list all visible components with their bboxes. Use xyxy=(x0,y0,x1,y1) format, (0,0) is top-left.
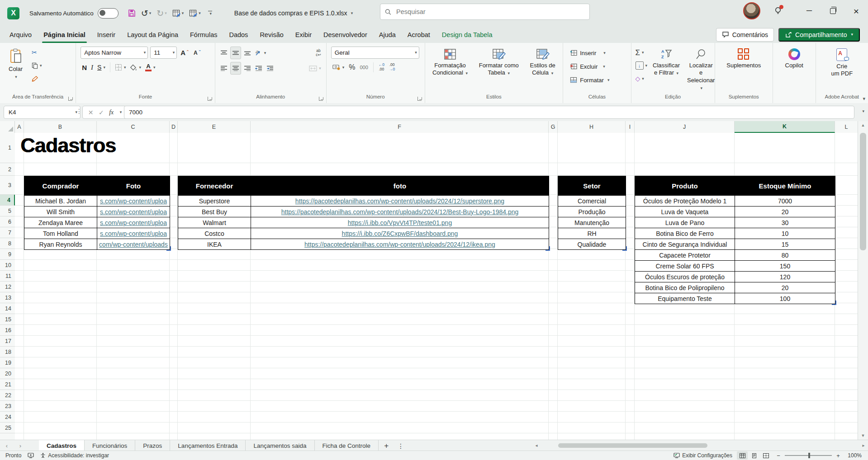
comments-button[interactable]: Comentários xyxy=(716,28,774,42)
table-row[interactable]: Walmarthttps://i.ibb.co/VpvVt4TP/teste01… xyxy=(178,217,549,228)
avatar[interactable] xyxy=(743,2,760,19)
minimize-button[interactable]: ─ xyxy=(797,1,821,21)
table-row[interactable]: Costcohttps://i.ibb.co/Z6CxpwBF/dashboar… xyxy=(178,228,549,239)
share-button[interactable]: Compartilhamento xyxy=(778,28,860,42)
restore-button[interactable] xyxy=(821,1,844,21)
accounting-format-button[interactable] xyxy=(331,61,346,73)
table-row[interactable]: Luva de Pano30 xyxy=(635,217,835,228)
zoom-out-button[interactable]: − xyxy=(776,452,781,459)
increase-indent-button[interactable] xyxy=(265,62,275,74)
scroll-up-arrow[interactable]: ▲ xyxy=(858,121,868,129)
column-header-estoque-minimo[interactable]: Estoque Mínimo xyxy=(735,176,835,196)
borders-button[interactable] xyxy=(114,61,128,73)
paste-button[interactable]: Colar xyxy=(5,46,26,81)
select-all-corner[interactable] xyxy=(0,121,15,133)
column-header-J[interactable]: J xyxy=(635,121,735,133)
row-header-4[interactable]: 4 xyxy=(0,195,15,206)
row-header-23[interactable]: 23 xyxy=(0,401,15,412)
sheet-tab[interactable]: Cadastros xyxy=(39,440,85,451)
sheet-tab[interactable]: Ficha de Controle xyxy=(315,440,379,451)
menu-tab[interactable]: Layout da Página xyxy=(121,26,184,43)
document-title[interactable]: Base de dados compras e EPIS 1.0.xlsx xyxy=(234,9,353,17)
increase-font-button[interactable]: A xyxy=(179,47,190,59)
column-header-B[interactable]: B xyxy=(24,121,97,133)
row-header-6[interactable]: 6 xyxy=(0,216,15,227)
scroll-left-arrow[interactable]: ◂ xyxy=(532,443,541,448)
percent-style-button[interactable]: % xyxy=(347,61,356,73)
customize-quick-access-button[interactable] xyxy=(204,6,216,20)
menu-tab[interactable]: Desenvolvedor xyxy=(318,26,373,43)
autosave-toggle[interactable] xyxy=(98,8,119,19)
find-select-button[interactable]: Localizar eSelecionar xyxy=(684,47,718,92)
table-row[interactable]: Óculos de Proteção Modelo 17000 xyxy=(635,196,835,207)
table-row[interactable]: Best Buyhttps://pacotedeplanilhas.com/wp… xyxy=(178,207,549,217)
align-left-button[interactable] xyxy=(219,62,229,74)
sheet-tab[interactable]: Prazos xyxy=(135,440,170,451)
row-header-14[interactable]: 14 xyxy=(0,303,15,314)
table-row[interactable]: Capacete Protetor80 xyxy=(635,250,835,261)
underline-button[interactable]: S xyxy=(96,61,107,73)
table-row[interactable]: RH xyxy=(558,228,626,239)
horizontal-scroll-track[interactable] xyxy=(541,443,859,448)
scroll-down-arrow[interactable]: ▼ xyxy=(858,432,868,440)
add-sheet-button[interactable]: + xyxy=(379,440,394,451)
menu-tab[interactable]: Ajuda xyxy=(373,26,402,43)
table-row[interactable]: Botina Bico de Polipropileno20 xyxy=(635,282,835,293)
row-header-18[interactable]: 18 xyxy=(0,347,15,357)
insert-function-button[interactable]: fx xyxy=(109,109,114,116)
fill-button[interactable]: ↓ xyxy=(634,60,649,71)
fill-color-button[interactable] xyxy=(128,61,142,73)
decrease-font-button[interactable]: A xyxy=(192,47,202,59)
row-header-20[interactable]: 20 xyxy=(0,368,15,379)
excel-logo-icon[interactable]: X xyxy=(7,7,19,19)
autosum-button[interactable]: Σ xyxy=(634,47,649,58)
table-row[interactable]: Qualidade xyxy=(558,239,626,250)
horizontal-scrollbar[interactable]: ◂ ▸ xyxy=(532,440,868,451)
clear-button[interactable]: ◇ xyxy=(634,73,649,84)
close-button[interactable]: × xyxy=(844,1,868,21)
column-header-D[interactable]: D xyxy=(170,121,178,133)
column-header-A[interactable]: A xyxy=(15,121,24,133)
table-row[interactable]: Produção xyxy=(558,207,626,217)
column-header-K[interactable]: K xyxy=(735,121,835,133)
column-header-C[interactable]: C xyxy=(97,121,170,133)
zoom-level[interactable]: 100% xyxy=(845,452,862,459)
sheet-tab[interactable]: Lançamentos Entrada xyxy=(170,440,246,451)
row-header-17[interactable]: 17 xyxy=(0,336,15,347)
table-row[interactable]: Manutenção xyxy=(558,217,626,228)
sheet-tab[interactable]: Funcionários xyxy=(85,440,135,451)
menu-tab[interactable]: Fórmulas xyxy=(184,26,223,43)
row-header-22[interactable]: 22 xyxy=(0,390,15,401)
table-row[interactable]: Óculos Escuros de proteção120 xyxy=(635,272,835,282)
cancel-entry-button[interactable]: ✕ xyxy=(88,109,94,116)
dialog-launcher-icon[interactable] xyxy=(68,97,72,101)
column-header-foto[interactable]: Foto xyxy=(97,176,170,196)
menu-tab[interactable]: Acrobat xyxy=(402,26,436,43)
font-name-combobox[interactable]: Aptos Narrow xyxy=(81,47,148,59)
column-header-L[interactable]: L xyxy=(835,121,858,133)
row-header-13[interactable]: 13 xyxy=(0,292,15,303)
align-top-button[interactable] xyxy=(219,47,229,59)
table-row[interactable]: Luva de Vaqueta20 xyxy=(635,207,835,217)
search-box[interactable] xyxy=(380,4,590,20)
font-size-combobox[interactable]: 11 xyxy=(150,47,177,59)
dialog-launcher-icon[interactable] xyxy=(319,97,323,101)
align-center-button[interactable] xyxy=(230,62,241,75)
cut-button[interactable]: ✂ xyxy=(30,47,43,58)
row-header-10[interactable]: 10 xyxy=(0,260,15,271)
vertical-scroll-thumb[interactable] xyxy=(860,133,866,250)
format-as-table-button[interactable]: Formatar comoTabela xyxy=(476,46,522,78)
menu-tab[interactable]: Dados xyxy=(223,26,254,43)
column-header-H[interactable]: H xyxy=(558,121,626,133)
table-row[interactable]: Will Smiths.com/wp-content/uploa xyxy=(24,207,170,217)
formula-bar-grip[interactable]: ⋮ xyxy=(76,108,82,115)
zoom-slider-thumb[interactable] xyxy=(808,453,810,458)
horizontal-scroll-thumb[interactable] xyxy=(558,443,707,448)
increase-decimal-button[interactable]: ←0.00 xyxy=(377,61,386,73)
menu-tab[interactable]: Arquivo xyxy=(4,26,38,43)
bold-button[interactable]: N xyxy=(81,61,88,73)
copilot-button[interactable]: Copilot xyxy=(782,46,806,70)
undo-button[interactable]: ↺ xyxy=(139,6,153,20)
insert-cells-button[interactable]: Inserir xyxy=(569,47,607,59)
menu-tab[interactable]: Exibir xyxy=(289,26,318,43)
